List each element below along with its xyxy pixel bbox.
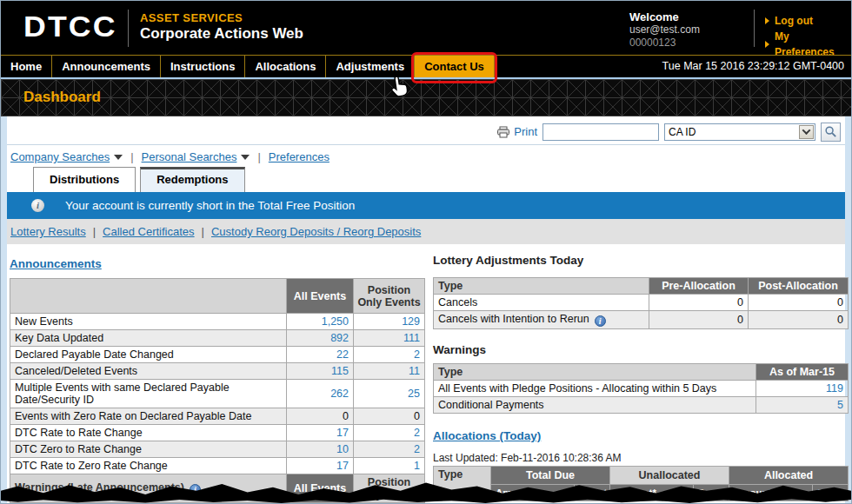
table-row: Key Data Updated 892 111 [10,330,425,347]
warnings-heading: Warnings [433,343,848,356]
info-message: Your account is currently short in the T… [65,199,355,212]
right-column: Lottery Adjustments Today Type Pre-Alloc… [433,254,848,501]
content-frame: Print CA ID [1,116,851,503]
app-title: Corporate Actions Web [140,25,303,43]
personal-searches-link[interactable]: Personal Searches [142,150,250,163]
table-row: All Events with Pledge Positions - Alloc… [434,381,849,397]
datetime-display: Tue Mar 15 2016 23:29:12 GMT-0400 [662,56,851,77]
tab-distributions[interactable]: Distributions [33,167,136,193]
preferences-link[interactable]: Preferences [269,150,329,163]
table-row: Events with Zero Rate on Declared Payabl… [10,408,425,425]
quick-links-bar: Lottery Results | Called Certificates | … [7,219,845,244]
dashboard-main: Announcements All Events Position Only E… [7,244,845,503]
content-panel: Print CA ID [7,116,845,503]
custody-reorg-deposits-link[interactable]: Custody Reorg Deposits / Reorg Deposits [211,225,421,238]
table-row: Cancels with Intention to Reruni 0 0 [434,311,849,329]
allocations-today-link[interactable]: Allocations (Today) [433,429,541,442]
dtcc-logo: DTCC [23,10,117,43]
header-links: Log out My Preferences [765,13,851,60]
tab-redemptions[interactable]: Redemptions [140,167,244,193]
announcements-table: All Events Position Only Events New Even… [10,278,425,504]
info-icon: i [31,199,44,212]
col-position-only-events: Position Only Events [354,279,425,314]
table-row: DTC Rate to Rate Change 17 2 [10,425,425,441]
user-id: 00000123 [629,36,700,50]
lottery-results-link[interactable]: Lottery Results [10,225,86,238]
table-row: Conditional Payments 5 [434,397,849,414]
allocations-table: Type Total Due Unallocated Allocated Amo… [433,466,849,501]
table-row: DTC Zero to Rate Change 10 2 [10,441,425,458]
chevron-down-icon [241,155,250,160]
search-button[interactable] [821,123,841,142]
announcements-section: Announcements All Events Position Only E… [10,255,424,504]
chevron-down-icon [802,126,811,135]
toolbar: Print CA ID [496,122,841,142]
nav-item-home[interactable]: Home [1,56,52,77]
company-searches-link[interactable]: Company Searches [10,150,123,163]
app-window: DTCC ASSET SERVICES Corporate Actions We… [0,0,852,504]
tab-bar: Distributions Redemptions [33,167,250,193]
user-email: user@test.com [629,23,700,36]
lottery-adjustments-table: Type Pre-Allocation Post-Allocation Canc… [433,277,849,329]
main-nav: Home Announcements Instructions Allocati… [1,55,851,79]
nav-item-announcements[interactable]: Announcements [52,56,161,77]
search-category-select[interactable]: CA ID [664,123,815,141]
print-button[interactable]: Print [496,125,537,138]
late-announcements-header: Warnings (Late Announcements) [15,481,184,494]
division-label: ASSET SERVICES [140,11,243,24]
arrow-right-icon [765,17,769,24]
table-row: New Events 1,250 129 [10,314,425,330]
hand-cursor-icon [388,71,414,102]
late-announcements-header-row: Warnings (Late Announcements)i All Event… [10,474,425,503]
nav-item-allocations[interactable]: Allocations [245,56,326,77]
search-icon [824,125,837,138]
print-icon [496,126,510,138]
called-certificates-link[interactable]: Called Certificates [103,225,195,238]
welcome-label: Welcome [629,10,700,23]
announcements-heading-link[interactable]: Announcements [10,257,102,270]
info-icon[interactable]: i [595,315,606,327]
warnings-table: Type As of Mar-15 All Events with Pledge… [433,363,849,414]
toolbar-divider [7,144,845,145]
table-row: Canceled/Deleted Events 115 11 [10,363,425,380]
welcome-block: Welcome user@test.com 00000123 [629,10,700,50]
table-row: Declared Payable Date Changed 22 2 [10,347,425,363]
lottery-adjustments-heading: Lottery Adjustments Today [433,254,848,267]
nav-item-instructions[interactable]: Instructions [161,56,245,77]
header-divider [754,10,755,47]
info-icon[interactable]: i [190,484,201,495]
table-row: Cancels 0 0 [434,295,849,311]
dashboard-banner: Dashboard [1,79,851,116]
last-updated-label: Last Updated: Feb-11-2016 10:28:36 AM [433,452,848,464]
search-input[interactable] [542,123,659,141]
nav-item-contact-us[interactable]: Contact Us [415,56,495,77]
header-divider [128,10,129,47]
table-row: DTC Rate to Zero Rate Change 17 1 [10,458,425,474]
table-row: Multiple Events with same Declared Payab… [10,380,425,408]
page-title: Dashboard [23,89,101,106]
info-bar: i Your account is currently short in the… [7,192,845,219]
select-dropdown-button[interactable] [799,125,814,139]
searches-row: Company Searches | Personal Searches | P… [10,150,329,163]
col-all-events: All Events [287,279,354,314]
chevron-down-icon [114,155,123,160]
arrow-right-icon [765,41,769,48]
app-header: DTCC ASSET SERVICES Corporate Actions We… [1,1,851,55]
logout-link[interactable]: Log out [765,13,851,29]
